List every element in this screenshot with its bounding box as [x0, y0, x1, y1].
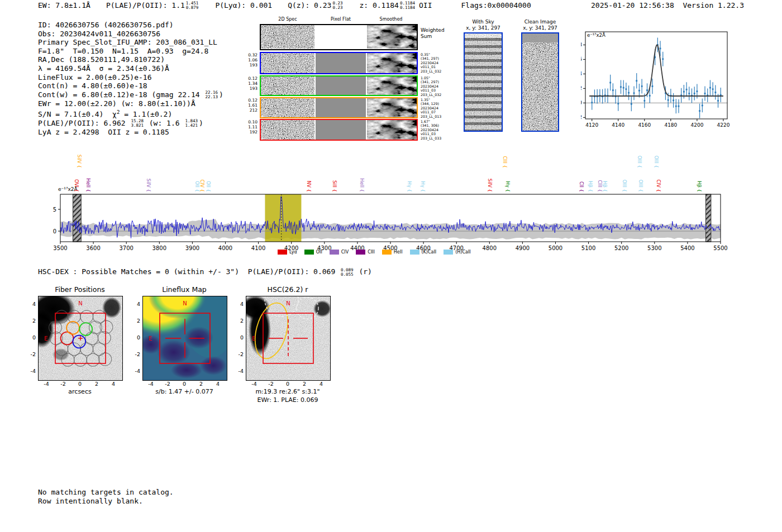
hsc-caption-2: EWr: 1. PLAE: 0.069	[235, 396, 341, 404]
x-tick-label: -4	[145, 381, 156, 387]
legend-item: OII	[304, 250, 322, 255]
y-tick-label: -2	[26, 351, 36, 357]
line-marker-label: HeII {	[85, 178, 91, 192]
spec2d-cutout-grid: WeightedSum0.35"(341, 297)20230424v011_0…	[260, 24, 450, 142]
exposure-annotation: 0.35"(341, 297)20230424v011_01203_LL_032	[421, 52, 441, 73]
fiber-positions-title: Fiber Positions	[38, 285, 122, 294]
legend-item: CIII	[356, 250, 375, 255]
lineflux-caption: s/b: 1.47 +/- 0.077	[137, 388, 232, 395]
y-tick-label: -4	[233, 368, 244, 374]
east-label: E	[149, 336, 152, 342]
pixel-flat-strip	[316, 25, 366, 49]
line-marker-label: OVI {	[74, 179, 79, 192]
svg-text:4: 4	[581, 71, 582, 76]
svg-text:0: 0	[581, 100, 582, 106]
legend-swatch	[410, 250, 419, 255]
x-tick-label: -2	[58, 381, 69, 387]
info-cont-w: Cont(w) = 6.80(±0.12)e-18 (gmag 22.14 22…	[38, 90, 223, 99]
info-primary-spec: Primary Spec_Slot_IFU_AMP: 203_086_031_L…	[38, 38, 223, 47]
info-ewr: EWr = 12.00(±2.20) (w: 8.80(±1.10))Å	[38, 99, 223, 108]
svg-text:3500: 3500	[53, 245, 67, 251]
cleanimage-title: Clean Imagex, y: 341, 297	[516, 19, 564, 31]
full-spectrum-chart: 3500360037003800390040004100420043004400…	[0, 142, 782, 254]
flags-value: Flags:0x00004000	[461, 1, 531, 10]
info-sn-chi2: S/N = 7.1(±0.4) χ2 = 1.1(±0.2)	[38, 108, 223, 119]
svg-text:3700: 3700	[119, 245, 133, 251]
legend-swatch	[330, 250, 339, 255]
y-tick-label: 4	[233, 301, 244, 307]
y-tick-label: -2	[130, 351, 140, 357]
qz-uncertainty: 0.230.23	[332, 1, 342, 10]
line-marker-label: CIV {	[656, 180, 661, 192]
footer-note: No matching targets in catalog. Row inte…	[38, 488, 174, 505]
y-tick-label: 0	[26, 334, 36, 341]
svg-text:3800: 3800	[152, 245, 166, 251]
line-marker-label: NV {	[306, 181, 312, 192]
svg-text:5000: 5000	[549, 245, 562, 251]
pixel-flat-strip	[316, 53, 366, 73]
spec2d-row	[260, 75, 418, 96]
spec2d-row	[260, 24, 418, 50]
east-label: E	[44, 336, 47, 342]
svg-text:3900: 3900	[185, 245, 199, 251]
legend-label: CIII	[368, 250, 375, 255]
info-cont-n: Cont(n) = 4.80(±0.60)e-18	[38, 82, 223, 90]
legend-label: OII	[316, 250, 322, 255]
qz-value: Q(z): 0.230.230.23	[288, 1, 344, 10]
lineflux-map-title: Lineflux Map	[142, 285, 226, 294]
footer-line-1: No matching targets in catalog.	[38, 488, 174, 497]
y-tick-label: 2	[26, 318, 36, 324]
line-marker-label: Hβ {	[588, 181, 593, 192]
line-marker-label: Hγ {	[505, 181, 511, 192]
x-tick-label: 4	[212, 381, 223, 387]
withsky-title: With Skyx, y: 341, 297	[459, 19, 507, 31]
detection-info-block: ID: 4026630756 (4026630756.pdf) Obs: 202…	[38, 21, 223, 136]
z-value: z: 0.11840.11840.1184OII	[359, 1, 432, 10]
masked-band	[73, 194, 81, 242]
info-id: ID: 4026630756 (4026630756.pdf)	[38, 21, 223, 30]
z-line-id: OII	[419, 1, 432, 10]
plae-text: P(LAE)/P(OII): 1.1	[106, 1, 185, 10]
legend-label: (H)CaII	[455, 250, 470, 255]
col-header-smoothed: Smoothed	[362, 17, 420, 22]
svg-text:0: 0	[53, 228, 56, 234]
svg-text:4900: 4900	[516, 245, 530, 251]
elixer-report-page: EW: 7.8±1.1Å P(LAE)/P(OII): 1.11.4510.87…	[0, 0, 782, 532]
legend-swatch	[304, 250, 314, 255]
y-tick-label: 4	[26, 301, 36, 307]
svg-text:4140: 4140	[612, 122, 624, 128]
exposure-annotation: 1.67"(341, 306)20230424v011_03203_LL_033	[421, 119, 441, 140]
x-tick-label: 2	[299, 381, 310, 387]
line-marker-label: CIII {	[597, 180, 603, 192]
hsc-r-title: HSC(26.2) r	[246, 285, 330, 294]
cleanimage-coords: x, y: 341, 297	[516, 25, 564, 31]
line-marker-label: CIII {	[502, 156, 508, 168]
row-stats-label: 0.121.34193	[233, 76, 258, 91]
line-marker-label: OIII {	[654, 156, 659, 168]
line-marker-label: OIII {	[638, 180, 643, 192]
lineflux-map-panel: NE	[142, 296, 227, 381]
legend-swatch	[278, 250, 287, 255]
svg-text:4000: 4000	[218, 245, 232, 251]
line-marker-label: Hβ {	[602, 181, 608, 192]
pixel-flat-strip	[316, 120, 366, 140]
svg-text:5300: 5300	[647, 245, 661, 251]
legend-item: HeII	[382, 250, 403, 255]
flux-units-label: e⁻¹⁷x2Å	[587, 32, 605, 38]
svg-text:5400: 5400	[680, 245, 694, 251]
legend-swatch	[356, 250, 365, 255]
svg-text:6: 6	[581, 56, 582, 62]
row-stats-label: 0.101.11192	[233, 120, 258, 135]
svg-text:4800: 4800	[483, 245, 497, 251]
x-tick-label: 4	[108, 381, 119, 387]
info-redshifts: LyA z = 2.4298 OII z = 0.1185	[38, 128, 223, 137]
svg-text:5100: 5100	[581, 245, 595, 251]
line-fit-inset-chart: 412041404160418042004220-202468e⁻¹⁷x2Å	[581, 28, 732, 134]
north-label: N	[78, 300, 82, 306]
legend-label: (K)CaII	[422, 250, 437, 255]
y-tick-label: 0	[233, 334, 244, 341]
svg-text:-2: -2	[581, 114, 582, 120]
line-marker-label: OIII {	[637, 156, 642, 168]
line-marker-label: OII {	[194, 181, 200, 192]
y-tick-label: -4	[26, 368, 36, 374]
